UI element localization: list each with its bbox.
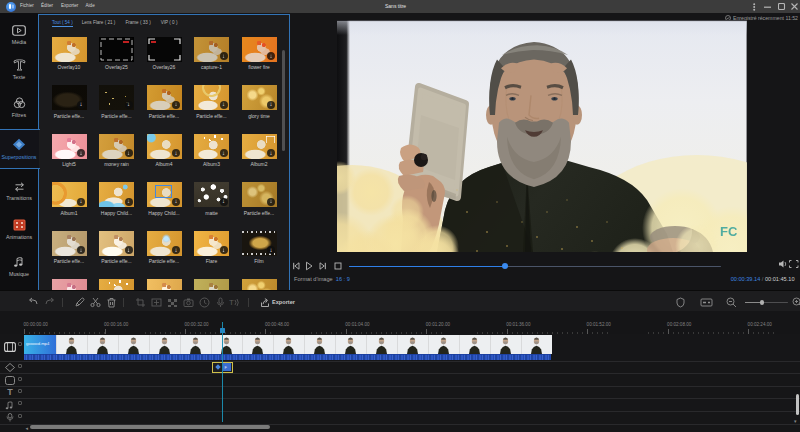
svg-text:FC: FC xyxy=(720,224,738,239)
svg-text:T: T xyxy=(229,298,234,307)
